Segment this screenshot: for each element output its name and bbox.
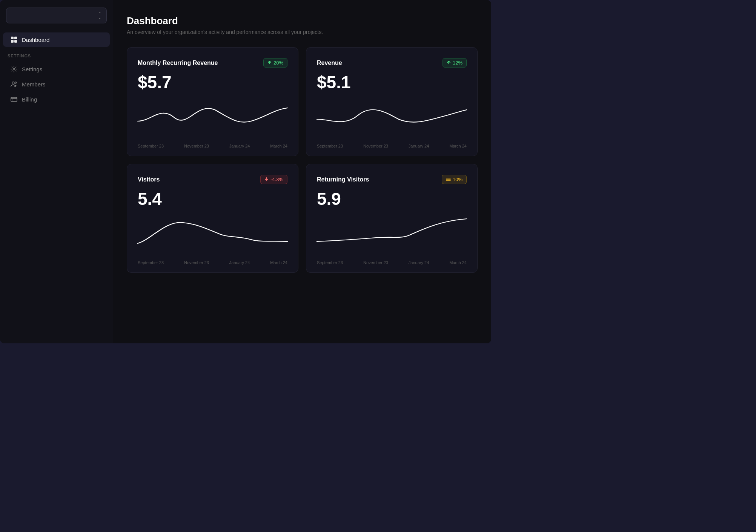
org-dropdown-text xyxy=(12,13,13,18)
chart-label-sep23-ret: September 23 xyxy=(317,260,343,265)
metric-card-mrr: Monthly Recurring Revenue 20% $5.7 xyxy=(127,47,298,156)
chart-returning-svg xyxy=(317,215,467,253)
chart-label-nov23-mrr: November 23 xyxy=(184,144,209,148)
org-dropdown[interactable]: ⌃⌄ xyxy=(6,8,107,23)
metric-mrr-title: Monthly Recurring Revenue xyxy=(138,60,218,66)
svg-point-6 xyxy=(15,82,17,83)
metric-visitors-badge: -4.3% xyxy=(260,175,287,184)
sidebar-item-members-label: Members xyxy=(22,81,46,88)
metric-visitors-title: Visitors xyxy=(138,176,160,183)
app-container: ⌃⌄ Dashboard SETTINGS xyxy=(0,0,491,343)
svg-point-5 xyxy=(12,82,14,84)
chart-label-nov23-rev: November 23 xyxy=(363,144,388,148)
arrow-down-icon xyxy=(264,177,269,182)
page-title: Dashboard xyxy=(127,15,478,27)
svg-rect-2 xyxy=(11,40,14,43)
chart-label-sep23-mrr: September 23 xyxy=(138,144,164,148)
chart-revenue-labels: September 23 November 23 January 24 Marc… xyxy=(317,144,467,148)
settings-section-label: SETTINGS xyxy=(0,48,113,61)
svg-point-4 xyxy=(13,68,15,70)
metric-returning-badge-value: 10% xyxy=(453,177,463,182)
sidebar-item-dashboard-label: Dashboard xyxy=(22,37,49,43)
chart-mrr-labels: September 23 November 23 January 24 Marc… xyxy=(138,144,287,148)
sidebar-item-members[interactable]: Members xyxy=(3,77,110,91)
chart-returning-area xyxy=(317,215,467,257)
menu-icon xyxy=(446,177,451,182)
chart-label-sep23-vis: September 23 xyxy=(138,260,164,265)
sidebar-item-settings[interactable]: Settings xyxy=(3,62,110,76)
chart-revenue-svg xyxy=(317,98,467,136)
metric-mrr-badge-value: 20% xyxy=(274,60,283,66)
chart-revenue-area xyxy=(317,98,467,140)
metric-revenue-badge-value: 12% xyxy=(453,60,463,66)
chart-label-jan24-vis: January 24 xyxy=(229,260,250,265)
metric-revenue-title: Revenue xyxy=(317,60,342,66)
metric-card-visitors: Visitors -4.3% 5.4 September 23 xyxy=(127,164,298,273)
main-content: Dashboard An overview of your organizati… xyxy=(113,0,491,343)
metric-card-returning-header: Returning Visitors 10% xyxy=(317,175,467,184)
svg-rect-0 xyxy=(11,37,14,39)
svg-rect-3 xyxy=(14,40,17,43)
sidebar: ⌃⌄ Dashboard SETTINGS xyxy=(0,0,113,343)
chart-label-mar24-ret: March 24 xyxy=(449,260,467,265)
chart-label-sep23-rev: September 23 xyxy=(317,144,343,148)
svg-rect-7 xyxy=(11,97,17,101)
chart-label-nov23-vis: November 23 xyxy=(184,260,209,265)
arrow-up-icon-2 xyxy=(447,60,451,66)
metric-card-revenue: Revenue 12% $5.1 September 23 xyxy=(306,47,478,156)
chart-visitors-labels: September 23 November 23 January 24 Marc… xyxy=(138,260,287,265)
chart-mrr-area xyxy=(138,98,287,140)
sidebar-item-dashboard[interactable]: Dashboard xyxy=(3,32,110,47)
chart-mrr-svg xyxy=(138,98,287,136)
settings-icon xyxy=(11,66,17,72)
metric-card-returning: Returning Visitors 10% 5.9 September xyxy=(306,164,478,273)
chart-visitors-svg xyxy=(138,215,287,253)
metric-revenue-value: $5.1 xyxy=(317,74,467,91)
metric-mrr-badge: 20% xyxy=(263,58,287,68)
metric-card-mrr-header: Monthly Recurring Revenue 20% xyxy=(138,58,287,68)
chevron-icon: ⌃⌄ xyxy=(98,11,101,20)
metric-card-visitors-header: Visitors -4.3% xyxy=(138,175,287,184)
chart-label-mar24-mrr: March 24 xyxy=(270,144,287,148)
arrow-up-icon xyxy=(267,60,272,66)
metric-visitors-value: 5.4 xyxy=(138,190,287,208)
chart-label-mar24-vis: March 24 xyxy=(270,260,287,265)
chart-visitors-area xyxy=(138,215,287,257)
chart-label-jan24-ret: January 24 xyxy=(409,260,429,265)
metric-revenue-badge: 12% xyxy=(443,58,467,68)
metric-card-revenue-header: Revenue 12% xyxy=(317,58,467,68)
chart-label-jan24-rev: January 24 xyxy=(409,144,429,148)
chart-label-nov23-ret: November 23 xyxy=(363,260,388,265)
sidebar-item-billing[interactable]: Billing xyxy=(3,92,110,106)
sidebar-item-settings-label: Settings xyxy=(22,66,42,72)
metrics-grid: Monthly Recurring Revenue 20% $5.7 xyxy=(127,47,478,273)
page-subtitle: An overview of your organization's activ… xyxy=(127,29,478,35)
metric-returning-value: 5.9 xyxy=(317,190,467,208)
dashboard-icon xyxy=(11,36,17,43)
chart-label-mar24-rev: March 24 xyxy=(449,144,467,148)
metric-returning-title: Returning Visitors xyxy=(317,176,369,183)
billing-icon xyxy=(11,96,17,103)
metric-visitors-badge-value: -4.3% xyxy=(270,177,283,182)
svg-rect-8 xyxy=(12,100,13,100)
chart-returning-labels: September 23 November 23 January 24 Marc… xyxy=(317,260,467,265)
metric-mrr-value: $5.7 xyxy=(138,74,287,91)
metric-returning-badge: 10% xyxy=(442,175,467,184)
svg-rect-1 xyxy=(14,37,17,39)
members-icon xyxy=(11,81,17,88)
chart-label-jan24-mrr: January 24 xyxy=(229,144,250,148)
sidebar-item-billing-label: Billing xyxy=(22,96,37,103)
page-header: Dashboard An overview of your organizati… xyxy=(127,15,478,35)
